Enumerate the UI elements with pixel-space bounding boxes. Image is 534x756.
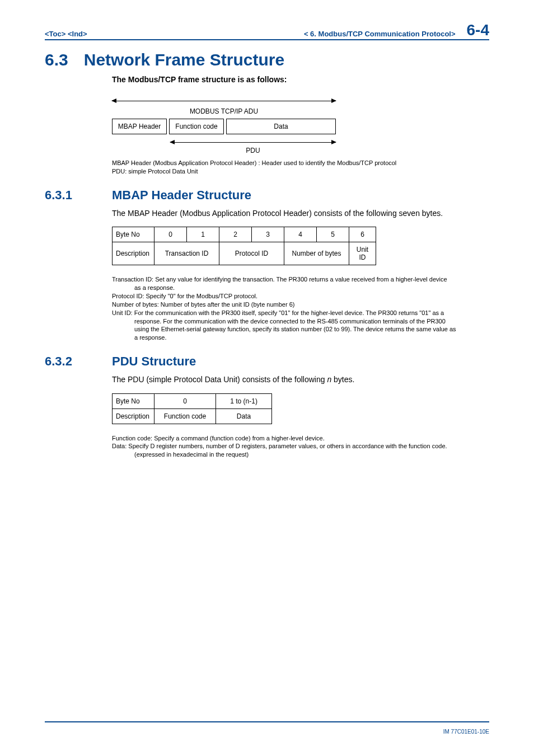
table-row-label: Description [113, 408, 154, 424]
table-row-label: Byte No [113, 393, 154, 408]
table-cell: Function code [154, 408, 216, 424]
section-title: Network Frame Structure [84, 50, 284, 69]
subsection-body: The MBAP Header (Modbus Application Prot… [112, 208, 489, 219]
section-number: 6.3 [45, 50, 68, 69]
subsection-number: 6.3.1 [45, 188, 96, 203]
chapter-title: < 6. Modbus/TCP Communication Protocol> [87, 30, 467, 38]
toc-link[interactable]: <Toc> [45, 30, 65, 38]
table-cell: Number of bytes [284, 242, 349, 265]
adu-label: MODBUS TCP/IP ADU [112, 107, 336, 115]
page-header: <Toc> <Ind> < 6. Modbus/TCP Communicatio… [45, 22, 489, 40]
mbap-notes: Transaction ID: Set any value for identi… [112, 275, 489, 342]
table-cell: Protocol ID [219, 242, 284, 265]
section-intro: The Modbus/TCP frame structure is as fol… [112, 75, 489, 84]
diagram-note-1: MBAP Header (Modbus Application Protocol… [112, 159, 396, 166]
table-cell: 6 [349, 227, 376, 242]
table-cell: 5 [317, 227, 349, 242]
table-row-label: Description [113, 242, 154, 265]
pdu-notes: Function code: Specify a command (functi… [112, 434, 489, 459]
table-cell: 1 [187, 227, 219, 242]
data-box: Data [226, 119, 336, 134]
pdu-table: Byte No 0 1 to (n-1) Description Functio… [112, 393, 272, 424]
table-cell: 1 to (n-1) [216, 393, 272, 408]
diagram-note-2: PDU: simple Protocol Data Unit [112, 168, 198, 175]
subsection-number: 6.3.2 [45, 354, 96, 369]
table-cell: 2 [219, 227, 252, 242]
table-cell: Unit ID [349, 242, 376, 265]
mbap-header-table: Byte No 0 1 2 3 4 5 6 Description Transa… [112, 227, 376, 265]
ind-link[interactable]: <Ind> [68, 30, 87, 38]
footer-doc-id: IM 77C01E01-10E [443, 729, 489, 735]
footer-divider [45, 721, 489, 722]
adu-arrow [112, 101, 336, 101]
subsection-title: PDU Structure [112, 354, 196, 369]
table-cell: Transaction ID [154, 242, 219, 265]
table-cell: 0 [154, 393, 216, 408]
mbap-header-box: MBAP Header [112, 119, 167, 134]
pdu-arrow [170, 142, 336, 143]
subsection-title: MBAP Header Structure [112, 188, 251, 203]
page-number: 6-4 [467, 22, 489, 38]
function-code-box: Function code [169, 119, 224, 134]
table-cell: Data [216, 408, 272, 424]
table-cell: 0 [154, 227, 187, 242]
table-cell: 3 [252, 227, 284, 242]
pdu-label: PDU [170, 147, 336, 154]
subsection-body: The PDU (simple Protocol Data Unit) cons… [112, 374, 489, 386]
frame-structure-diagram: MODBUS TCP/IP ADU MBAP Header Function c… [112, 97, 336, 157]
table-row-label: Byte No [113, 227, 154, 242]
table-cell: 4 [284, 227, 317, 242]
